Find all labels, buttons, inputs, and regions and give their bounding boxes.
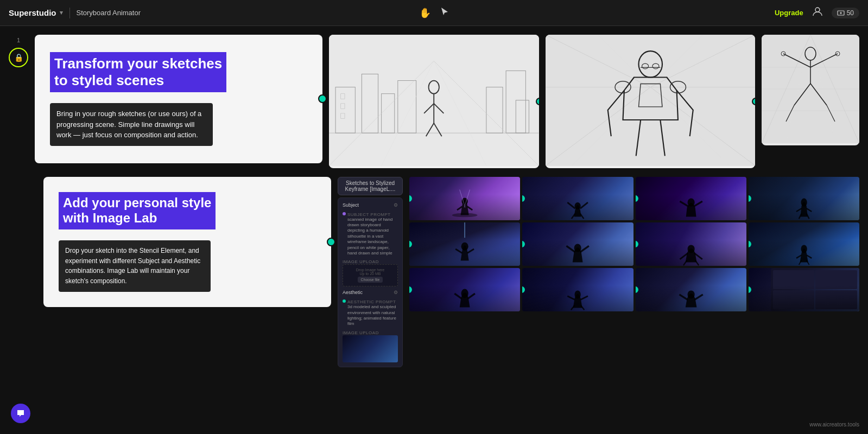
app-header: Superstudio ▾ Storyboard Animator ✋ Upgr…	[0, 0, 868, 26]
brand-logo[interactable]: Superstudio ▾	[9, 8, 63, 17]
result-cell-6[interactable]	[522, 222, 633, 266]
aesthetic-dot	[343, 299, 346, 303]
watermark: www.aicreators.tools	[809, 422, 859, 427]
file-limit: Up to 20 MB	[346, 272, 394, 276]
subject-settings-icon[interactable]: ⚙	[394, 202, 398, 208]
title2-heading: Add your personal style with Image Lab	[59, 192, 216, 230]
result-cell-11[interactable]	[636, 268, 746, 311]
result-figure-1	[409, 177, 520, 220]
lock-button[interactable]: 🔒	[9, 48, 28, 67]
top-row: 1 🔒 Transform your sketches to styled sc…	[0, 26, 868, 173]
subject-prompt-row: Subject Prompt scanned image of hand dra…	[343, 212, 398, 257]
title-card-1: Transform your sketches to styled scenes…	[35, 35, 322, 163]
header-right: Upgrade 50	[775, 6, 859, 20]
svg-line-22	[434, 123, 441, 136]
svg-line-38	[660, 120, 664, 156]
title-heading-block: Transform your sketches to styled scenes	[50, 52, 307, 99]
drop-text: Drop Image here	[346, 268, 394, 272]
svg-line-21	[426, 123, 434, 136]
svg-line-55	[827, 105, 835, 122]
sketch-panel-2[interactable]	[546, 35, 756, 168]
svg-point-58	[452, 213, 478, 217]
aesthetic-prompt-section: Aesthetic Prompt 3d modeled and sculpted…	[347, 299, 398, 327]
page-title: Storyboard Animator	[77, 9, 141, 17]
svg-point-68	[575, 290, 581, 298]
subject-upload-section: Image Upload Drop Image here Up to 20 MB…	[343, 259, 398, 286]
result-connector-5	[409, 241, 412, 247]
image-upload-area[interactable]: Drop Image here Up to 20 MB Choose file	[343, 264, 398, 286]
svg-point-69	[687, 290, 694, 298]
svg-point-0	[815, 8, 820, 12]
result-figure-9	[409, 268, 520, 311]
brand-name: Superstudio	[9, 8, 56, 17]
svg-point-61	[687, 198, 694, 206]
svg-point-59	[461, 197, 467, 205]
result-cell-8[interactable]	[749, 222, 859, 266]
svg-rect-4	[341, 94, 345, 99]
svg-line-32	[650, 87, 729, 166]
chat-button[interactable]	[11, 404, 30, 423]
imagelab-panel: Sketches to Stylized Keyframe [ImageL...…	[338, 177, 403, 367]
svg-line-29	[598, 35, 650, 87]
sketch-panel-3[interactable]	[762, 35, 859, 145]
choose-file-button[interactable]: Choose file	[358, 277, 382, 283]
result-cell-3[interactable]	[636, 177, 746, 220]
result-cell-9[interactable]	[409, 268, 520, 311]
result-cell-1[interactable]	[409, 177, 520, 220]
result-cell-7[interactable]	[636, 222, 746, 266]
upgrade-button[interactable]: Upgrade	[775, 9, 803, 17]
result-connector-4	[749, 195, 751, 202]
svg-point-60	[575, 202, 581, 209]
result-figure-3	[636, 177, 746, 220]
chat-icon	[16, 409, 25, 418]
result-connector-2	[522, 195, 525, 202]
subject-prompt-section: Subject Prompt scanned image of hand dra…	[347, 212, 398, 257]
sketch-panel-1[interactable]	[329, 35, 539, 168]
frame-indicator: 1 🔒	[9, 35, 28, 67]
svg-line-31	[572, 87, 650, 166]
result-cell-2[interactable]	[522, 177, 633, 220]
svg-line-15	[382, 61, 434, 165]
cursor-tool-icon[interactable]	[440, 7, 449, 19]
header-tools: ✋	[419, 7, 449, 19]
svg-line-30	[650, 35, 703, 87]
panel-overlay-cell-4	[815, 290, 857, 309]
result-cell-4[interactable]	[749, 177, 859, 220]
lock-icon: 🔒	[14, 53, 23, 62]
result-cell-10[interactable]	[522, 268, 633, 311]
svg-point-17	[429, 81, 439, 94]
svg-line-14	[434, 61, 538, 165]
result-connector-1	[409, 195, 412, 202]
imagelab-title: Sketches to Stylized Keyframe [ImageL...…	[338, 177, 403, 195]
svg-point-48	[805, 47, 816, 60]
svg-rect-3	[335, 87, 355, 133]
imagelab-title-text: Sketches to Stylized Keyframe [ImageL...…	[345, 180, 396, 192]
user-icon[interactable]	[812, 6, 823, 20]
title2-heading-block: Add your personal style with Image Lab	[59, 192, 316, 237]
brand-chevron[interactable]: ▾	[60, 9, 63, 16]
result-figure-8	[749, 222, 859, 266]
result-connector-12	[749, 286, 751, 293]
credits-badge: 50	[832, 8, 859, 18]
credits-count: 50	[847, 9, 854, 17]
title2-description: Drop your sketch into the Stencil Elemen…	[59, 240, 211, 291]
subject-prompt-label: Subject Prompt	[347, 212, 398, 217]
main-canvas: 1 🔒 Transform your sketches to styled sc…	[0, 26, 868, 434]
subject-label: Subject	[343, 202, 359, 208]
aesthetic-prompt-row: Aesthetic Prompt 3d modeled and sculpted…	[343, 299, 398, 327]
aesthetic-settings-icon[interactable]: ⚙	[394, 290, 398, 295]
svg-rect-12	[516, 100, 529, 133]
panel-overlay-cell-3	[773, 290, 815, 309]
subject-dot	[343, 212, 346, 215]
result-connector-6	[522, 241, 525, 247]
result-cell-12[interactable]	[749, 268, 859, 311]
svg-line-52	[794, 84, 810, 105]
result-cell-5[interactable]	[409, 222, 520, 266]
svg-line-53	[810, 84, 827, 105]
svg-line-54	[786, 105, 794, 122]
svg-line-25	[546, 87, 650, 166]
hand-tool-icon[interactable]: ✋	[419, 7, 431, 19]
result-connector-3	[636, 195, 638, 202]
result-figure-5	[409, 222, 520, 266]
bottom-row: Add your personal style with Image Lab D…	[0, 173, 868, 434]
